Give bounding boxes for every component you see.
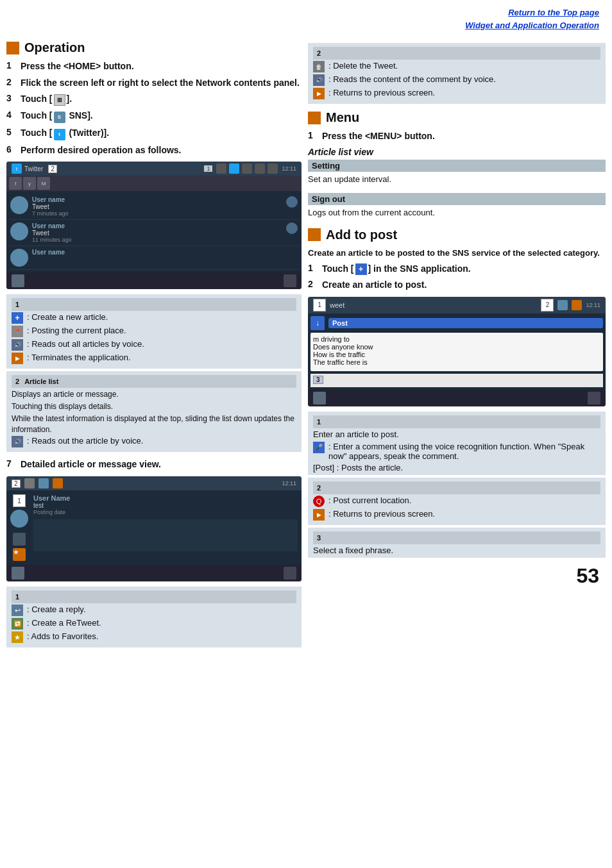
menu-orange-square	[308, 112, 321, 124]
toolbar-icon-5	[268, 163, 278, 174]
article-list-desc-2: Touching this displays details.	[12, 401, 296, 412]
terminate-icon: ▶	[12, 353, 23, 364]
tweet-body-3: User name	[32, 249, 298, 256]
avatar-3	[10, 249, 28, 267]
detail-body: 1 ★ User Name test Posting date	[6, 490, 302, 565]
detail-badge-2: 2	[12, 480, 21, 488]
callout-1-section: 1 + : Create a new article. 📍 : Posting …	[6, 294, 302, 369]
post-search-icon	[557, 300, 568, 310]
detail-voice-icon	[38, 478, 49, 488]
twitter-mockup: t Twitter 2 1 12:11	[6, 162, 302, 289]
post-button[interactable]: Post	[328, 318, 603, 328]
detail-left-panel: 1 ★	[10, 494, 28, 561]
step-text-6: Perform desired operation as follows.	[21, 144, 182, 157]
menu-step-text-1: Press the <MENU> button.	[322, 130, 435, 143]
callout-1-divider: 1	[12, 298, 296, 311]
post-text-area[interactable]: m driving to Does anyone know How is the…	[310, 333, 603, 371]
article-list-desc-3: While the latest information is displaye…	[12, 413, 296, 435]
detail-content-row: 1 ★ User Name test Posting date	[10, 494, 298, 561]
menu-title: Menu	[326, 110, 359, 125]
toolbar-icons	[216, 163, 278, 174]
page-number-area: 53	[308, 564, 606, 588]
post-callout-3-divider: 3	[313, 531, 600, 544]
post-topbar-left: 1 weet	[313, 299, 344, 312]
tweet-item-1: User name Tweet 7 minutes ago	[9, 194, 299, 220]
add-post-title: Add to post	[308, 228, 606, 242]
article-voice-icon-item: 🔊 : Reads out the article by voice.	[12, 436, 296, 447]
post-line-1: m driving to	[313, 335, 600, 343]
toolbar-icon-2	[229, 163, 239, 174]
post-suggestions: 3	[310, 374, 603, 387]
post-button-label: Post	[332, 319, 348, 327]
tab-icon-2: y	[23, 177, 36, 190]
detail-back-icon	[53, 478, 63, 488]
main-content: Operation 1 Press the <HOME> button. 2 F…	[0, 34, 612, 656]
detail-avatar	[10, 510, 28, 528]
callout-1-badge: 1	[204, 165, 212, 172]
detail-subtext: test	[33, 502, 298, 509]
post-callout-1-divider: 1	[313, 415, 600, 428]
step-7: 7 Detailed article or message view.	[6, 458, 302, 471]
bottom-bar	[6, 272, 302, 289]
delete-tweet-text: : Delete the Tweet.	[328, 61, 398, 71]
badge-2-main: 2	[48, 165, 57, 173]
tweet-body-2: User name Tweet 11 minutes ago	[32, 222, 282, 243]
app-name-label: Twitter	[24, 165, 43, 172]
post-badge-3: 3	[313, 376, 323, 384]
step-text-1: Press the <HOME> button.	[21, 60, 134, 73]
callout-2-divider: 2 Article list	[12, 375, 296, 388]
app-name-area: t Twitter 2	[12, 163, 57, 174]
step-num-2: 2	[6, 77, 17, 87]
detail-text-area: User Name test Posting date	[33, 494, 298, 551]
step-text-4: Touch [S SNS].	[21, 110, 93, 123]
reply-icon: ↩	[12, 605, 23, 616]
tweet-user-3: User name	[32, 249, 298, 256]
icon-item-voice-text: : Reads out all articles by voice.	[27, 339, 144, 349]
operation-section-title: Operation	[6, 40, 302, 55]
reply-icon-item: ↩ : Create a reply.	[12, 605, 296, 616]
post-location-icon: Q	[313, 496, 325, 507]
right-callout-2: 2 🗑 : Delete the Tweet. 🔊 : Reads the co…	[308, 43, 606, 104]
tweet-list: User name Tweet 7 minutes ago User name …	[6, 191, 302, 272]
detail-bottom-icon-1	[12, 567, 24, 580]
favorite-icon-item: ★ : Adds to Favorites.	[12, 631, 296, 643]
detail-mockup: 2 12:11 1 ★	[6, 476, 302, 581]
add-post-heading: Add to post	[326, 228, 397, 242]
reply-text: : Create a reply.	[27, 605, 86, 614]
detail-topbar-left: 2	[12, 478, 63, 488]
orange-square-icon	[6, 42, 19, 54]
step-text-7: Detailed article or message view.	[21, 458, 161, 471]
header: Return to the Top page Widget and Applic…	[0, 0, 612, 34]
tweet-time-1: 7 minutes ago	[32, 210, 282, 217]
detail-date: Posting date	[33, 509, 298, 515]
post-callout-2-label: 2	[317, 484, 321, 492]
add-post-step-1: 1 Touch [+] in the SNS application.	[308, 263, 606, 276]
add-post-section: Add to post Create an article to be post…	[308, 228, 606, 558]
avatar-2	[10, 222, 28, 240]
tab-icon-3: M	[37, 177, 50, 190]
detail-bottom-bar	[6, 565, 302, 581]
detail-bottom-icon-2	[284, 567, 296, 580]
tweet-body-1: User name Tweet 7 minutes ago	[32, 196, 282, 217]
tab-icon-1: f	[9, 177, 22, 190]
twitter-icon: t	[12, 163, 22, 174]
tab-bar: f y M	[6, 176, 302, 191]
return-to-top-link[interactable]: Return to the Top page	[13, 6, 599, 19]
widget-app-link[interactable]: Widget and Application Operation	[13, 19, 599, 32]
voice-icon: 🔊	[12, 339, 23, 351]
post-topbar: 1 weet 2 12:11	[308, 297, 606, 313]
post-line-4: The traffic here is	[313, 358, 600, 366]
post-topbar-right: 2 12:11	[541, 299, 600, 312]
step-num-5: 5	[6, 127, 17, 137]
post-action-row: ↓ Post	[310, 316, 603, 330]
callout-2-section: 2 Article list Displays an article or me…	[6, 371, 302, 452]
sign-out-bar: Sign out	[308, 193, 606, 205]
detail-content-box	[33, 519, 298, 551]
detail-callout-1: 1 ↩ : Create a reply. 🔁 : Create a ReTwe…	[6, 587, 302, 647]
post-return-icon: ▶	[313, 509, 325, 521]
right-callout-2-label: 2	[317, 49, 321, 57]
sign-out-desc: Logs out from the current account.	[308, 206, 606, 221]
tweet-item-2: User name Tweet 11 minutes ago	[9, 220, 299, 246]
post-badge-1: 1	[313, 299, 326, 312]
post-body: ↓ Post m driving to Does anyone know How…	[308, 313, 606, 390]
